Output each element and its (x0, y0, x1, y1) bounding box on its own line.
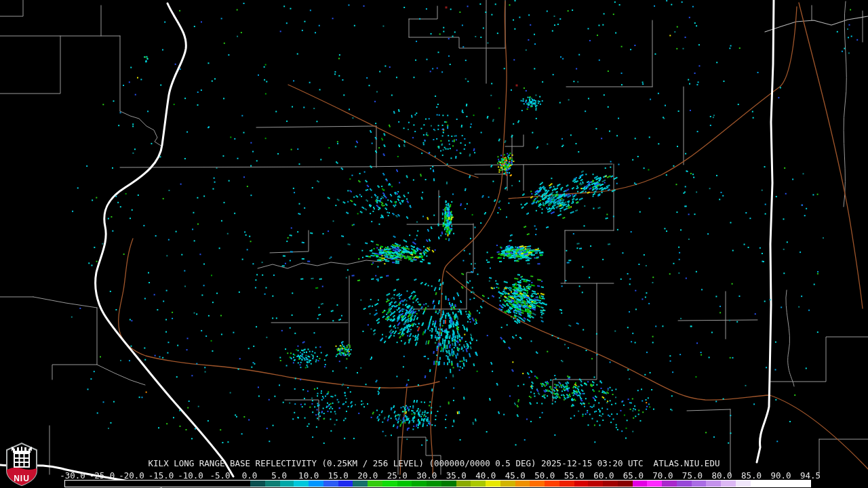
radar-echoes (0, 0, 868, 488)
colorbar-tick-label: 85.0 (741, 471, 762, 480)
colorbar-labels: -30.0-25.0-20.0-15.0-10.0-5.00.05.010.01… (0, 471, 868, 480)
colorbar-tick-label: 5.0 (271, 471, 287, 480)
colorbar-tick-label: 15.0 (328, 471, 349, 480)
colorbar-tick-label: -15.0 (149, 471, 174, 480)
niu-logo-text: NIU (14, 474, 30, 483)
colorbar-tick-label: 25.0 (387, 471, 408, 480)
colorbar (64, 480, 811, 487)
colorbar-tick-label: 40.0 (475, 471, 496, 480)
radar-viewer: KILX LONG RANGE BASE REFLECTIVITY (0.25K… (0, 0, 868, 488)
colorbar-tick-label: 80.0 (711, 471, 732, 480)
colorbar-tick-label: 30.0 (416, 471, 437, 480)
niu-logo: NIU (5, 442, 39, 487)
colorbar-tick-label: 75.0 (682, 471, 703, 480)
colorbar-tick-label: 35.0 (446, 471, 467, 480)
niu-castle-icon (12, 447, 32, 468)
colorbar-tick-label: 10.0 (298, 471, 319, 480)
colorbar-tick-label: -20.0 (119, 471, 144, 480)
colorbar-tick-label: 60.0 (593, 471, 614, 480)
colorbar-tick-label: 50.0 (534, 471, 555, 480)
radar-caption: KILX LONG RANGE BASE REFLECTIVITY (0.25K… (0, 459, 868, 468)
colorbar-tick-label: 90.0 (770, 471, 791, 480)
colorbar-tick-label: 65.0 (623, 471, 644, 480)
colorbar-tick-label: 94.5 (800, 471, 821, 480)
colorbar-tick-label: 55.0 (564, 471, 585, 480)
colorbar-tick-label: 45.0 (505, 471, 526, 480)
colorbar-tick-label: 0.0 (242, 471, 258, 480)
colorbar-tick-label: -30.0 (60, 471, 85, 480)
colorbar-tick-label: 20.0 (357, 471, 378, 480)
colorbar-tick-label: 70.0 (652, 471, 673, 480)
colorbar-tick-label: -10.0 (178, 471, 203, 480)
colorbar-tick-label: -25.0 (90, 471, 115, 480)
colorbar-tick-label: -5.0 (210, 471, 231, 480)
